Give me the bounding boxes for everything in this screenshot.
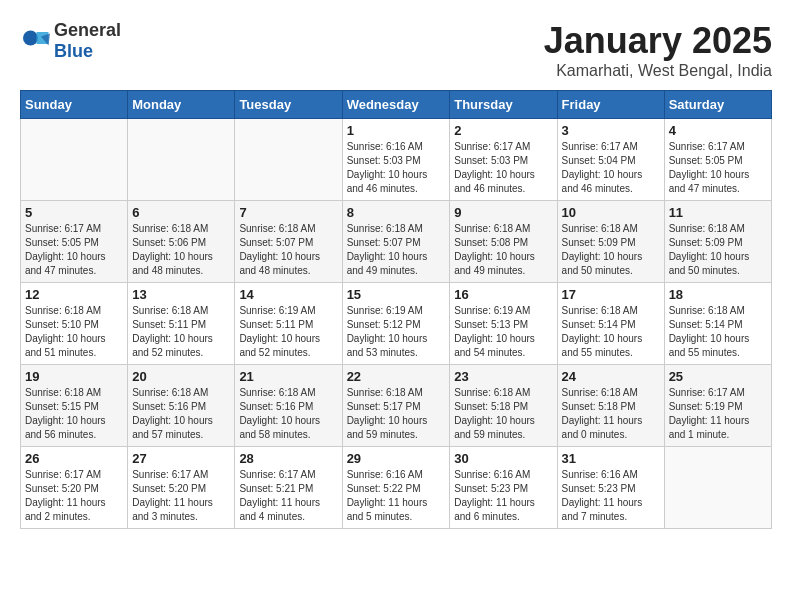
calendar-cell: 7Sunrise: 6:18 AM Sunset: 5:07 PM Daylig… xyxy=(235,201,342,283)
day-number: 5 xyxy=(25,205,123,220)
calendar-cell: 17Sunrise: 6:18 AM Sunset: 5:14 PM Dayli… xyxy=(557,283,664,365)
calendar-cell: 23Sunrise: 6:18 AM Sunset: 5:18 PM Dayli… xyxy=(450,365,557,447)
calendar-cell: 31Sunrise: 6:16 AM Sunset: 5:23 PM Dayli… xyxy=(557,447,664,529)
calendar-week-row: 19Sunrise: 6:18 AM Sunset: 5:15 PM Dayli… xyxy=(21,365,772,447)
cell-info: Sunrise: 6:17 AM Sunset: 5:21 PM Dayligh… xyxy=(239,468,337,524)
cell-info: Sunrise: 6:18 AM Sunset: 5:17 PM Dayligh… xyxy=(347,386,446,442)
calendar-cell: 8Sunrise: 6:18 AM Sunset: 5:07 PM Daylig… xyxy=(342,201,450,283)
cell-info: Sunrise: 6:18 AM Sunset: 5:07 PM Dayligh… xyxy=(239,222,337,278)
cell-info: Sunrise: 6:18 AM Sunset: 5:10 PM Dayligh… xyxy=(25,304,123,360)
cell-info: Sunrise: 6:19 AM Sunset: 5:12 PM Dayligh… xyxy=(347,304,446,360)
calendar-cell xyxy=(21,119,128,201)
day-number: 26 xyxy=(25,451,123,466)
day-number: 25 xyxy=(669,369,767,384)
cell-info: Sunrise: 6:19 AM Sunset: 5:13 PM Dayligh… xyxy=(454,304,552,360)
day-number: 4 xyxy=(669,123,767,138)
cell-info: Sunrise: 6:18 AM Sunset: 5:06 PM Dayligh… xyxy=(132,222,230,278)
cell-info: Sunrise: 6:18 AM Sunset: 5:09 PM Dayligh… xyxy=(669,222,767,278)
calendar-week-row: 1Sunrise: 6:16 AM Sunset: 5:03 PM Daylig… xyxy=(21,119,772,201)
day-number: 2 xyxy=(454,123,552,138)
day-number: 13 xyxy=(132,287,230,302)
day-number: 14 xyxy=(239,287,337,302)
cell-info: Sunrise: 6:19 AM Sunset: 5:11 PM Dayligh… xyxy=(239,304,337,360)
cell-info: Sunrise: 6:18 AM Sunset: 5:09 PM Dayligh… xyxy=(562,222,660,278)
cell-info: Sunrise: 6:18 AM Sunset: 5:18 PM Dayligh… xyxy=(454,386,552,442)
cell-info: Sunrise: 6:16 AM Sunset: 5:23 PM Dayligh… xyxy=(562,468,660,524)
calendar-cell: 19Sunrise: 6:18 AM Sunset: 5:15 PM Dayli… xyxy=(21,365,128,447)
day-number: 27 xyxy=(132,451,230,466)
cell-info: Sunrise: 6:17 AM Sunset: 5:19 PM Dayligh… xyxy=(669,386,767,442)
day-number: 3 xyxy=(562,123,660,138)
cell-info: Sunrise: 6:17 AM Sunset: 5:05 PM Dayligh… xyxy=(669,140,767,196)
calendar-header-row: SundayMondayTuesdayWednesdayThursdayFrid… xyxy=(21,91,772,119)
day-number: 7 xyxy=(239,205,337,220)
calendar-cell: 3Sunrise: 6:17 AM Sunset: 5:04 PM Daylig… xyxy=(557,119,664,201)
cell-info: Sunrise: 6:18 AM Sunset: 5:16 PM Dayligh… xyxy=(132,386,230,442)
cell-info: Sunrise: 6:17 AM Sunset: 5:20 PM Dayligh… xyxy=(132,468,230,524)
calendar-cell: 14Sunrise: 6:19 AM Sunset: 5:11 PM Dayli… xyxy=(235,283,342,365)
day-number: 23 xyxy=(454,369,552,384)
calendar-cell: 29Sunrise: 6:16 AM Sunset: 5:22 PM Dayli… xyxy=(342,447,450,529)
day-number: 30 xyxy=(454,451,552,466)
calendar-cell: 2Sunrise: 6:17 AM Sunset: 5:03 PM Daylig… xyxy=(450,119,557,201)
cell-info: Sunrise: 6:17 AM Sunset: 5:04 PM Dayligh… xyxy=(562,140,660,196)
day-number: 15 xyxy=(347,287,446,302)
day-number: 28 xyxy=(239,451,337,466)
cell-info: Sunrise: 6:18 AM Sunset: 5:18 PM Dayligh… xyxy=(562,386,660,442)
calendar-cell: 18Sunrise: 6:18 AM Sunset: 5:14 PM Dayli… xyxy=(664,283,771,365)
cell-info: Sunrise: 6:18 AM Sunset: 5:14 PM Dayligh… xyxy=(669,304,767,360)
logo: General Blue xyxy=(20,20,121,62)
day-number: 1 xyxy=(347,123,446,138)
calendar-cell: 15Sunrise: 6:19 AM Sunset: 5:12 PM Dayli… xyxy=(342,283,450,365)
cell-info: Sunrise: 6:18 AM Sunset: 5:07 PM Dayligh… xyxy=(347,222,446,278)
svg-point-0 xyxy=(23,31,38,46)
calendar-cell xyxy=(664,447,771,529)
calendar-cell: 13Sunrise: 6:18 AM Sunset: 5:11 PM Dayli… xyxy=(128,283,235,365)
day-number: 24 xyxy=(562,369,660,384)
day-header-thursday: Thursday xyxy=(450,91,557,119)
cell-info: Sunrise: 6:18 AM Sunset: 5:15 PM Dayligh… xyxy=(25,386,123,442)
day-number: 8 xyxy=(347,205,446,220)
cell-info: Sunrise: 6:17 AM Sunset: 5:03 PM Dayligh… xyxy=(454,140,552,196)
calendar-cell: 6Sunrise: 6:18 AM Sunset: 5:06 PM Daylig… xyxy=(128,201,235,283)
cell-info: Sunrise: 6:16 AM Sunset: 5:03 PM Dayligh… xyxy=(347,140,446,196)
day-number: 19 xyxy=(25,369,123,384)
logo-icon xyxy=(20,26,50,56)
day-number: 20 xyxy=(132,369,230,384)
cell-info: Sunrise: 6:18 AM Sunset: 5:08 PM Dayligh… xyxy=(454,222,552,278)
day-header-friday: Friday xyxy=(557,91,664,119)
calendar-cell: 30Sunrise: 6:16 AM Sunset: 5:23 PM Dayli… xyxy=(450,447,557,529)
day-number: 9 xyxy=(454,205,552,220)
calendar-week-row: 5Sunrise: 6:17 AM Sunset: 5:05 PM Daylig… xyxy=(21,201,772,283)
calendar-table: SundayMondayTuesdayWednesdayThursdayFrid… xyxy=(20,90,772,529)
logo-general: General xyxy=(54,20,121,40)
calendar-cell: 27Sunrise: 6:17 AM Sunset: 5:20 PM Dayli… xyxy=(128,447,235,529)
logo-text: General Blue xyxy=(54,20,121,62)
day-number: 17 xyxy=(562,287,660,302)
day-number: 11 xyxy=(669,205,767,220)
calendar-cell: 25Sunrise: 6:17 AM Sunset: 5:19 PM Dayli… xyxy=(664,365,771,447)
day-number: 10 xyxy=(562,205,660,220)
calendar-cell: 4Sunrise: 6:17 AM Sunset: 5:05 PM Daylig… xyxy=(664,119,771,201)
calendar-cell: 20Sunrise: 6:18 AM Sunset: 5:16 PM Dayli… xyxy=(128,365,235,447)
calendar-cell: 11Sunrise: 6:18 AM Sunset: 5:09 PM Dayli… xyxy=(664,201,771,283)
day-number: 21 xyxy=(239,369,337,384)
day-header-tuesday: Tuesday xyxy=(235,91,342,119)
cell-info: Sunrise: 6:18 AM Sunset: 5:16 PM Dayligh… xyxy=(239,386,337,442)
day-number: 29 xyxy=(347,451,446,466)
day-number: 6 xyxy=(132,205,230,220)
calendar-cell: 26Sunrise: 6:17 AM Sunset: 5:20 PM Dayli… xyxy=(21,447,128,529)
month-title: January 2025 xyxy=(544,20,772,62)
day-number: 16 xyxy=(454,287,552,302)
page-header: General Blue January 2025 Kamarhati, Wes… xyxy=(20,20,772,80)
calendar-cell: 5Sunrise: 6:17 AM Sunset: 5:05 PM Daylig… xyxy=(21,201,128,283)
cell-info: Sunrise: 6:16 AM Sunset: 5:22 PM Dayligh… xyxy=(347,468,446,524)
day-number: 22 xyxy=(347,369,446,384)
cell-info: Sunrise: 6:18 AM Sunset: 5:11 PM Dayligh… xyxy=(132,304,230,360)
day-header-sunday: Sunday xyxy=(21,91,128,119)
calendar-cell: 16Sunrise: 6:19 AM Sunset: 5:13 PM Dayli… xyxy=(450,283,557,365)
cell-info: Sunrise: 6:17 AM Sunset: 5:05 PM Dayligh… xyxy=(25,222,123,278)
day-number: 12 xyxy=(25,287,123,302)
cell-info: Sunrise: 6:18 AM Sunset: 5:14 PM Dayligh… xyxy=(562,304,660,360)
day-header-saturday: Saturday xyxy=(664,91,771,119)
